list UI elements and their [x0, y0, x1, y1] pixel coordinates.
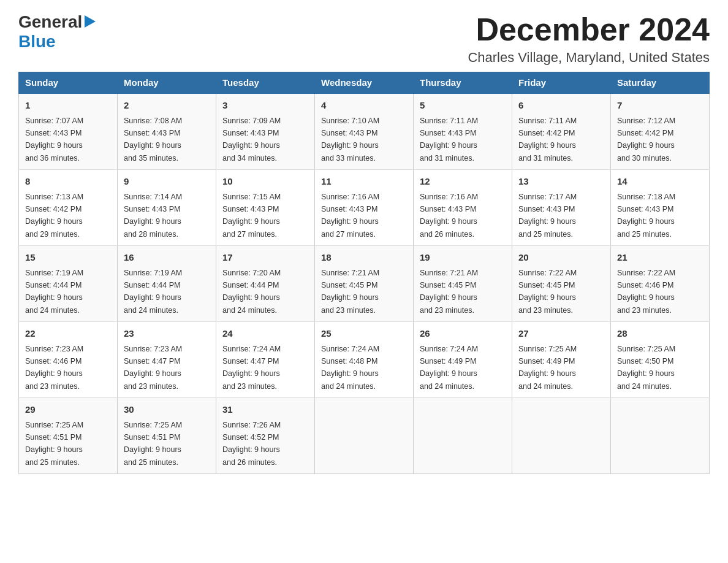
day-number: 30: [124, 403, 210, 417]
calendar-day-cell: 5 Sunrise: 7:11 AM Sunset: 4:43 PM Dayli…: [414, 93, 512, 170]
col-saturday: Saturday: [611, 72, 710, 94]
day-info: Sunrise: 7:23 AM Sunset: 4:47 PM Dayligh…: [124, 345, 182, 391]
day-number: 9: [124, 175, 210, 189]
calendar-day-cell: 13 Sunrise: 7:17 AM Sunset: 4:43 PM Dayl…: [512, 170, 611, 246]
calendar-day-cell: 12 Sunrise: 7:16 AM Sunset: 4:43 PM Dayl…: [414, 170, 512, 246]
day-info: Sunrise: 7:19 AM Sunset: 4:44 PM Dayligh…: [124, 269, 182, 315]
day-info: Sunrise: 7:18 AM Sunset: 4:43 PM Dayligh…: [617, 193, 675, 239]
logo-blue-text: Blue: [18, 32, 56, 51]
day-number: 20: [518, 251, 604, 265]
day-info: Sunrise: 7:21 AM Sunset: 4:45 PM Dayligh…: [420, 269, 478, 315]
day-number: 4: [321, 99, 407, 113]
day-info: Sunrise: 7:14 AM Sunset: 4:43 PM Dayligh…: [124, 193, 182, 239]
calendar-day-cell: 26 Sunrise: 7:24 AM Sunset: 4:49 PM Dayl…: [414, 322, 512, 398]
calendar-day-cell: 15 Sunrise: 7:19 AM Sunset: 4:44 PM Dayl…: [19, 246, 118, 322]
day-number: 22: [25, 327, 111, 341]
day-number: 25: [321, 327, 407, 341]
day-number: 28: [617, 327, 703, 341]
col-tuesday: Tuesday: [216, 72, 315, 94]
day-number: 14: [617, 175, 703, 189]
day-number: 11: [321, 175, 407, 189]
col-wednesday: Wednesday: [315, 72, 414, 94]
calendar-day-cell: 16 Sunrise: 7:19 AM Sunset: 4:44 PM Dayl…: [118, 246, 216, 322]
calendar-day-cell: [414, 398, 512, 474]
calendar-day-cell: 22 Sunrise: 7:23 AM Sunset: 4:46 PM Dayl…: [19, 322, 118, 398]
day-number: 2: [124, 99, 210, 113]
calendar-day-cell: 29 Sunrise: 7:25 AM Sunset: 4:51 PM Dayl…: [19, 398, 118, 474]
day-info: Sunrise: 7:25 AM Sunset: 4:50 PM Dayligh…: [617, 345, 675, 391]
day-number: 5: [420, 99, 506, 113]
calendar-day-cell: 1 Sunrise: 7:07 AM Sunset: 4:43 PM Dayli…: [19, 93, 118, 170]
calendar-day-cell: 10 Sunrise: 7:15 AM Sunset: 4:43 PM Dayl…: [216, 170, 315, 246]
logo-triangle-icon: [85, 15, 96, 30]
calendar-day-cell: 18 Sunrise: 7:21 AM Sunset: 4:45 PM Dayl…: [315, 246, 414, 322]
calendar-week-row: 22 Sunrise: 7:23 AM Sunset: 4:46 PM Dayl…: [19, 322, 710, 398]
calendar-day-cell: 17 Sunrise: 7:20 AM Sunset: 4:44 PM Dayl…: [216, 246, 315, 322]
col-monday: Monday: [118, 72, 216, 94]
calendar-day-cell: 8 Sunrise: 7:13 AM Sunset: 4:42 PM Dayli…: [19, 170, 118, 246]
day-info: Sunrise: 7:24 AM Sunset: 4:48 PM Dayligh…: [321, 345, 379, 391]
calendar-day-cell: 4 Sunrise: 7:10 AM Sunset: 4:43 PM Dayli…: [315, 93, 414, 170]
calendar-day-cell: 25 Sunrise: 7:24 AM Sunset: 4:48 PM Dayl…: [315, 322, 414, 398]
calendar-day-cell: 20 Sunrise: 7:22 AM Sunset: 4:45 PM Dayl…: [512, 246, 611, 322]
day-number: 3: [222, 99, 308, 113]
calendar-week-row: 15 Sunrise: 7:19 AM Sunset: 4:44 PM Dayl…: [19, 246, 710, 322]
calendar-day-cell: 19 Sunrise: 7:21 AM Sunset: 4:45 PM Dayl…: [414, 246, 512, 322]
day-number: 19: [420, 251, 506, 265]
day-number: 18: [321, 251, 407, 265]
month-year-title: December 2024: [468, 12, 710, 47]
col-friday: Friday: [512, 72, 611, 94]
day-info: Sunrise: 7:16 AM Sunset: 4:43 PM Dayligh…: [420, 193, 478, 239]
calendar-day-cell: 30 Sunrise: 7:25 AM Sunset: 4:51 PM Dayl…: [118, 398, 216, 474]
calendar-day-cell: 2 Sunrise: 7:08 AM Sunset: 4:43 PM Dayli…: [118, 93, 216, 170]
day-number: 29: [25, 403, 111, 417]
day-info: Sunrise: 7:22 AM Sunset: 4:45 PM Dayligh…: [518, 269, 577, 315]
day-number: 23: [124, 327, 210, 341]
calendar-day-cell: 24 Sunrise: 7:24 AM Sunset: 4:47 PM Dayl…: [216, 322, 315, 398]
col-thursday: Thursday: [414, 72, 512, 94]
day-info: Sunrise: 7:15 AM Sunset: 4:43 PM Dayligh…: [222, 193, 281, 239]
day-number: 27: [518, 327, 604, 341]
day-number: 6: [518, 99, 604, 113]
day-number: 12: [420, 175, 506, 189]
day-info: Sunrise: 7:25 AM Sunset: 4:51 PM Dayligh…: [25, 421, 83, 467]
calendar-day-cell: [611, 398, 710, 474]
calendar-day-cell: 9 Sunrise: 7:14 AM Sunset: 4:43 PM Dayli…: [118, 170, 216, 246]
day-info: Sunrise: 7:26 AM Sunset: 4:52 PM Dayligh…: [222, 421, 281, 467]
svg-marker-0: [85, 15, 96, 28]
day-info: Sunrise: 7:24 AM Sunset: 4:47 PM Dayligh…: [222, 345, 281, 391]
calendar-day-cell: 14 Sunrise: 7:18 AM Sunset: 4:43 PM Dayl…: [611, 170, 710, 246]
calendar-day-cell: 23 Sunrise: 7:23 AM Sunset: 4:47 PM Dayl…: [118, 322, 216, 398]
day-info: Sunrise: 7:11 AM Sunset: 4:42 PM Dayligh…: [518, 117, 577, 163]
calendar-day-cell: 28 Sunrise: 7:25 AM Sunset: 4:50 PM Dayl…: [611, 322, 710, 398]
calendar-day-cell: 27 Sunrise: 7:25 AM Sunset: 4:49 PM Dayl…: [512, 322, 611, 398]
day-number: 10: [222, 175, 308, 189]
day-info: Sunrise: 7:10 AM Sunset: 4:43 PM Dayligh…: [321, 117, 379, 163]
calendar-week-row: 1 Sunrise: 7:07 AM Sunset: 4:43 PM Dayli…: [19, 93, 710, 170]
day-number: 8: [25, 175, 111, 189]
day-info: Sunrise: 7:25 AM Sunset: 4:51 PM Dayligh…: [124, 421, 182, 467]
calendar-day-cell: [512, 398, 611, 474]
logo: General Blue: [18, 12, 96, 52]
day-info: Sunrise: 7:17 AM Sunset: 4:43 PM Dayligh…: [518, 193, 577, 239]
day-info: Sunrise: 7:23 AM Sunset: 4:46 PM Dayligh…: [25, 345, 83, 391]
day-number: 17: [222, 251, 308, 265]
day-number: 26: [420, 327, 506, 341]
day-info: Sunrise: 7:12 AM Sunset: 4:42 PM Dayligh…: [617, 117, 675, 163]
calendar-day-cell: 21 Sunrise: 7:22 AM Sunset: 4:46 PM Dayl…: [611, 246, 710, 322]
calendar-day-cell: 31 Sunrise: 7:26 AM Sunset: 4:52 PM Dayl…: [216, 398, 315, 474]
day-number: 24: [222, 327, 308, 341]
day-number: 21: [617, 251, 703, 265]
day-number: 15: [25, 251, 111, 265]
day-number: 31: [222, 403, 308, 417]
day-info: Sunrise: 7:07 AM Sunset: 4:43 PM Dayligh…: [25, 117, 83, 163]
day-info: Sunrise: 7:09 AM Sunset: 4:43 PM Dayligh…: [222, 117, 281, 163]
day-number: 16: [124, 251, 210, 265]
day-info: Sunrise: 7:20 AM Sunset: 4:44 PM Dayligh…: [222, 269, 281, 315]
calendar-day-cell: 7 Sunrise: 7:12 AM Sunset: 4:42 PM Dayli…: [611, 93, 710, 170]
day-info: Sunrise: 7:08 AM Sunset: 4:43 PM Dayligh…: [124, 117, 182, 163]
day-info: Sunrise: 7:25 AM Sunset: 4:49 PM Dayligh…: [518, 345, 577, 391]
day-info: Sunrise: 7:19 AM Sunset: 4:44 PM Dayligh…: [25, 269, 83, 315]
day-info: Sunrise: 7:22 AM Sunset: 4:46 PM Dayligh…: [617, 269, 675, 315]
day-info: Sunrise: 7:24 AM Sunset: 4:49 PM Dayligh…: [420, 345, 478, 391]
